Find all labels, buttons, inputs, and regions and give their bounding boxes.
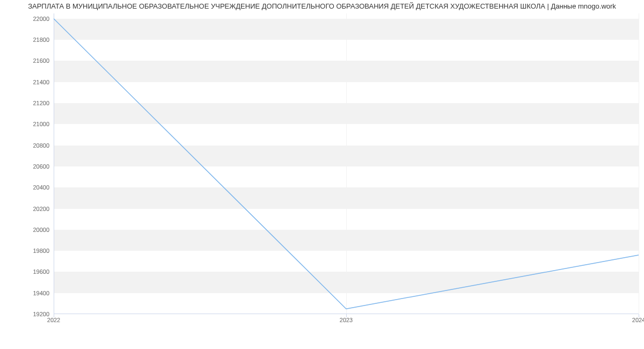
chart-title: ЗАРПЛАТА В МУНИЦИПАЛЬНОЕ ОБРАЗОВАТЕЛЬНОЕ… xyxy=(0,2,644,10)
y-tick-label: 19800 xyxy=(5,248,54,254)
y-tick-label: 21000 xyxy=(5,121,54,127)
x-tick-label: 2022 xyxy=(47,317,60,323)
y-tick-label: 20600 xyxy=(5,163,54,170)
y-tick-label: 21200 xyxy=(5,100,54,106)
grid-line-vertical xyxy=(639,13,639,314)
y-tick-label: 20400 xyxy=(5,184,54,191)
y-tick-label: 20800 xyxy=(5,142,54,149)
y-tick-label: 22000 xyxy=(5,16,54,22)
y-tick-label: 20200 xyxy=(5,206,54,212)
x-tick-label: 2024 xyxy=(632,317,644,323)
y-tick-label: 19600 xyxy=(5,268,54,275)
y-tick-label: 20000 xyxy=(5,227,54,233)
y-tick-label: 21600 xyxy=(5,57,54,64)
y-tick-label: 19200 xyxy=(5,311,54,317)
plot-area xyxy=(54,13,639,314)
data-line xyxy=(54,13,639,314)
y-tick-label: 21800 xyxy=(5,37,54,43)
y-tick-label: 19400 xyxy=(5,290,54,296)
chart-container: ЗАРПЛАТА В МУНИЦИПАЛЬНОЕ ОБРАЗОВАТЕЛЬНОЕ… xyxy=(0,0,644,349)
x-tick-label: 2023 xyxy=(340,317,353,323)
y-tick-label: 21400 xyxy=(5,79,54,85)
